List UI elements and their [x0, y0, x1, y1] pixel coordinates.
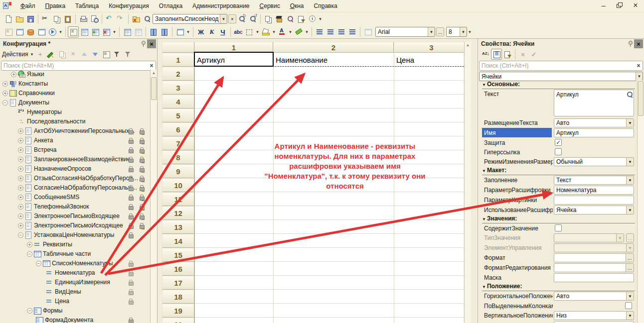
- tree-item-1[interactable]: +Языки: [0, 70, 149, 79]
- column-header-3[interactable]: 3: [394, 42, 469, 53]
- tree-item-27[interactable]: ФормаДокумента: [0, 316, 149, 323]
- row-header-2[interactable]: 2: [162, 67, 194, 81]
- tree-item-5[interactable]: 2³⁴Нумераторы: [0, 108, 149, 117]
- show-grid-button[interactable]: [79, 26, 90, 37]
- cut-button[interactable]: ✂: [40, 13, 51, 24]
- dropdown-icon[interactable]: ▼: [626, 206, 634, 214]
- section-header-2[interactable]: ▼Макет:: [482, 167, 635, 175]
- find-in-metadata-button[interactable]: [285, 13, 296, 24]
- paste-button[interactable]: [62, 13, 73, 24]
- property-input[interactable]: Артикул: [554, 128, 634, 137]
- expand-icon[interactable]: +: [27, 242, 32, 247]
- menu-item-2[interactable]: Правка: [40, 1, 71, 10]
- row-header-11[interactable]: 11: [162, 192, 194, 206]
- move-left-button[interactable]: [148, 26, 159, 37]
- column-header-1[interactable]: 1: [194, 42, 273, 53]
- dropdown-icon[interactable]: ▼: [220, 14, 227, 23]
- row-header-14[interactable]: 14: [162, 234, 194, 248]
- menu-item-1[interactable]: Файл: [15, 1, 40, 10]
- expand-icon[interactable]: +: [18, 147, 23, 153]
- dropdown-icon[interactable]: ▼: [428, 27, 435, 36]
- properties-close-icon[interactable]: ×: [634, 39, 643, 48]
- property-select[interactable]: Низ▼: [554, 311, 634, 320]
- cancel-edit-button[interactable]: ×: [517, 49, 528, 60]
- row-header-1[interactable]: 1: [162, 53, 194, 67]
- row-header-16[interactable]: 16: [162, 262, 194, 276]
- restore-button[interactable]: [615, 1, 624, 10]
- tree-item-6[interactable]: Последовательности: [0, 117, 149, 126]
- tree-scrollbar[interactable]: ▲: [150, 70, 157, 323]
- save-button[interactable]: [25, 13, 36, 24]
- tree-item-7[interactable]: +АктОбУничтоженииПерсональных…: [0, 126, 149, 136]
- delete-button[interactable]: [68, 49, 79, 60]
- property-input[interactable]: [554, 273, 634, 282]
- add-rows-button[interactable]: [90, 26, 101, 37]
- find-next-button[interactable]: ↻: [236, 13, 247, 24]
- underline-button[interactable]: Ч: [217, 26, 228, 37]
- menu-item-4[interactable]: Конфигурация: [104, 1, 154, 10]
- apply-edit-button[interactable]: ✓: [528, 49, 539, 60]
- row-header-18[interactable]: 18: [162, 290, 194, 304]
- search-clear-icon[interactable]: ×: [635, 62, 643, 69]
- ellipsis-button[interactable]: …: [626, 233, 634, 242]
- section-header-1[interactable]: ▼Основные:: [482, 81, 635, 89]
- sheet-scrollbar[interactable]: ▲: [464, 42, 471, 323]
- show-important-button[interactable]: [502, 49, 513, 60]
- row-header-8[interactable]: 8: [162, 150, 194, 164]
- tree-item-23[interactable]: ЕдиницаИзмерения: [0, 278, 149, 287]
- row-header-4[interactable]: 4: [162, 95, 194, 108]
- property-checkbox[interactable]: ✓: [555, 139, 562, 146]
- dropdown-icon[interactable]: ▼: [626, 312, 634, 320]
- collapse-icon[interactable]: −: [2, 100, 8, 106]
- merge-cells-button[interactable]: [122, 26, 133, 37]
- dropdown-icon[interactable]: ▼: [626, 158, 634, 166]
- tree-item-26[interactable]: −Формы: [0, 306, 149, 316]
- dropdown-icon[interactable]: ▼: [626, 292, 634, 300]
- section-header-4[interactable]: ▼Положение:: [482, 283, 635, 291]
- align-left-button[interactable]: [314, 26, 325, 37]
- row-header-13[interactable]: 13: [162, 220, 194, 234]
- cell-r1c2[interactable]: Наименование: [274, 53, 393, 67]
- collapse-icon[interactable]: −: [36, 261, 41, 266]
- add-button[interactable]: [35, 49, 46, 60]
- row-header-20[interactable]: 20: [162, 318, 194, 323]
- background-button[interactable]: [362, 26, 373, 37]
- sheet-corner[interactable]: [162, 42, 194, 53]
- find-in-document-button[interactable]: [131, 13, 142, 24]
- edit-button[interactable]: [46, 49, 57, 60]
- toolbar-overflow-icon[interactable]: ▾: [467, 26, 473, 37]
- property-select[interactable]: ▼: [554, 243, 634, 252]
- print-button[interactable]: [78, 13, 89, 24]
- italic-button[interactable]: К: [206, 26, 217, 37]
- tree-item-15[interactable]: +ТелефонныйЗвонок: [0, 202, 149, 212]
- minimize-button[interactable]: –: [599, 1, 608, 10]
- font-dialog-button[interactable]: ...: [436, 27, 444, 36]
- font-size-combobox[interactable]: 8▼: [446, 27, 467, 37]
- section-collapse-icon[interactable]: ▼: [482, 285, 486, 289]
- property-checkbox[interactable]: [555, 224, 562, 231]
- row-header-6[interactable]: 6: [162, 122, 194, 136]
- borders-button[interactable]: [244, 26, 255, 37]
- dropdown-icon[interactable]: ▼: [616, 234, 624, 242]
- zoom-icon[interactable]: [626, 91, 634, 99]
- tree-item-25[interactable]: Цена: [0, 297, 149, 306]
- property-select[interactable]: Обычный▼: [554, 157, 634, 166]
- row-header-3[interactable]: 3: [162, 81, 194, 95]
- bold-button[interactable]: Ж: [195, 26, 206, 37]
- row-header-12[interactable]: 12: [162, 206, 194, 220]
- font-name-combobox[interactable]: Arial▼: [375, 27, 435, 37]
- actions-dropdown-icon[interactable]: ▾: [29, 49, 35, 60]
- row-header-9[interactable]: 9: [162, 164, 194, 178]
- panels-button[interactable]: [36, 26, 47, 37]
- dropdown-icon[interactable]: ▼: [636, 72, 643, 81]
- row-header-19[interactable]: 19: [162, 304, 194, 318]
- section-collapse-icon[interactable]: ▼: [482, 83, 486, 87]
- db-update-button[interactable]: [25, 26, 36, 37]
- section-collapse-icon[interactable]: ▼: [482, 217, 486, 221]
- sort-list-button[interactable]: [101, 49, 112, 60]
- open-button[interactable]: [14, 13, 25, 24]
- tree-item-8[interactable]: +Анкета: [0, 136, 149, 145]
- align-center-button[interactable]: [325, 26, 336, 37]
- text-color-abc-button[interactable]: abc: [233, 26, 244, 37]
- actions-menu[interactable]: Действия: [2, 51, 28, 58]
